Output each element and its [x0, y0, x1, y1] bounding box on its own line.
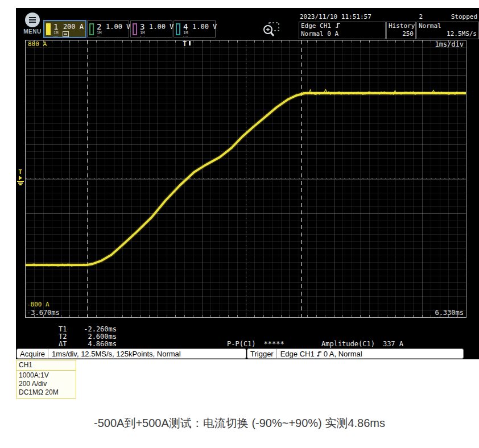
acquire-label: Acquire [17, 349, 48, 358]
ch1-info-panel: CH1 1000A:1V 200 A/div DC1MΩ 20M [16, 360, 76, 399]
trigger-type-label: Edge CH1 [301, 22, 331, 30]
menu-button[interactable]: MENU [20, 13, 44, 39]
channel-1-scale: 200 A [63, 23, 84, 31]
history-count: 250 [389, 30, 414, 38]
top-scale-label: 800 A [28, 40, 47, 48]
channel-4-color-swatch [176, 23, 180, 35]
trigger-level-marker[interactable]: T [16, 169, 24, 185]
trigger-label: Trigger [247, 349, 277, 358]
rising-edge-icon [335, 22, 341, 28]
channel-3-color-swatch [133, 23, 137, 35]
menu-label: MENU [20, 28, 44, 35]
ch1-waveform [26, 93, 466, 265]
acquisition-mode-label: Normal [419, 22, 477, 30]
oscilloscope-screenshot: MENU 1 200 A 1M 2 1.00 V 1M 3 1.00 V 1M [16, 8, 479, 359]
trigger-mode-label: Normal 0 A [301, 30, 383, 38]
channel-3-number: 3 [140, 23, 149, 31]
ch1-coupling: DC1MΩ 20M [16, 388, 76, 398]
channel-button-row: 1 200 A 1M 2 1.00 V 1M 3 1.00 V 1M 4 1.0… [44, 20, 216, 38]
trigger-info-box[interactable]: Edge CH1 Normal 0 A [299, 22, 386, 39]
timebase-label: 1ms/div [435, 40, 464, 48]
impedance-icon: 1M [53, 31, 58, 36]
channel-1-button[interactable]: 1 200 A 1M [44, 20, 86, 38]
channel-4-scale: 1.00 V [192, 23, 217, 31]
trigger-settings-post: 0 A, Normal [324, 350, 362, 358]
sample-rate-label: 12.5MS/s [419, 30, 477, 38]
amplitude-measurement: Amplitude(C1)337 A [321, 340, 403, 348]
channel-2-scale: 1.00 V [106, 23, 130, 31]
acquisition-count: 2 [391, 13, 423, 20]
time-right-label: 6.330ms [435, 309, 464, 317]
impedance-icon: 1M [140, 31, 144, 36]
cursor-dt-readout: ΔT4.860ms [59, 340, 117, 348]
rising-edge-icon [316, 351, 322, 357]
acquire-status-bar[interactable]: Acquire 1ms/div, 12.5MS/s, 125kPoints, N… [16, 349, 246, 359]
cursor-t2-readout: T22.600ms [59, 333, 117, 341]
bottom-scale-label: -800 A [27, 301, 49, 308]
channel-4-button[interactable]: 4 1.00 V 1M [174, 20, 216, 38]
waveform-canvas [26, 40, 466, 317]
trigger-settings-pre: Edge CH1 [280, 350, 315, 358]
channel-2-number: 2 [97, 23, 106, 31]
channel-3-button[interactable]: 3 1.00 V 1M [130, 20, 172, 38]
document-page: MENU 1 200 A 1M 2 1.00 V 1M 3 1.00 V 1M [0, 0, 479, 448]
impedance-icon: 1M [97, 31, 101, 36]
figure-caption: -500A到+500A测试：电流切换 (-90%~+90%) 实测4.86ms [0, 416, 479, 431]
history-label: History [389, 22, 414, 30]
channel-4-number: 4 [183, 23, 192, 31]
run-state-label: Stopped [451, 13, 477, 20]
datetime-label: 2023/11/10 11:51:57 [300, 13, 371, 20]
ch1-info-title: CH1 [16, 360, 76, 371]
impedance-icon: 1M [183, 31, 188, 36]
trigger-status-bar[interactable]: Trigger Edge CH1 0 A, Normal [247, 349, 464, 359]
pp-measurement: P-P(C1)***** [227, 340, 284, 348]
acquisition-mode-box[interactable]: Normal 12.5MS/s [416, 22, 479, 39]
channel-1-number: 1 [53, 23, 63, 31]
trigger-position-marker[interactable]: T [183, 40, 193, 49]
channel-1-color-swatch [46, 23, 51, 35]
acquire-settings: 1ms/div, 12.5MS/s, 125kPoints, Normal [48, 350, 184, 358]
ch1-probe-ratio: 1000A:1V [16, 371, 76, 379]
ch1-vertical-scale: 200 A/div [16, 379, 76, 388]
zoom-tool-icon[interactable] [262, 22, 281, 39]
time-left-label: -3.670ms [27, 309, 60, 317]
history-box[interactable]: History 250 [386, 22, 416, 39]
waveform-display: 800 A -800 A -3.670ms 6.330ms 1ms/div T [25, 40, 466, 318]
channel-2-button[interactable]: 2 1.00 V 1M [87, 20, 129, 38]
ch1-waveform-glow [26, 93, 466, 265]
channel-3-scale: 1.00 V [149, 23, 174, 31]
cursor-t1-readout: T1-2.260ms [59, 325, 117, 333]
channel-2-color-swatch [89, 23, 94, 35]
menu-icon [25, 13, 40, 27]
waveform-style-icon [63, 31, 69, 37]
